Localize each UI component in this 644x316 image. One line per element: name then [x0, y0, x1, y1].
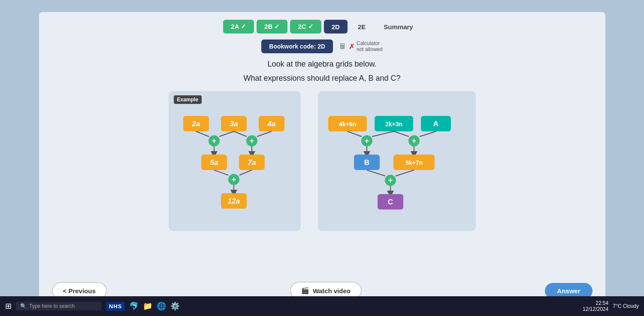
- example-label: Example: [174, 95, 202, 104]
- svg-text:A: A: [433, 120, 438, 128]
- svg-line-11: [219, 131, 234, 137]
- tab-2E[interactable]: 2E: [350, 20, 373, 33]
- svg-line-50: [396, 170, 414, 176]
- question-line2: What expressions should replace A, B and…: [243, 73, 400, 84]
- svg-text:+: +: [212, 137, 216, 145]
- taskbar-icon-1[interactable]: 🐬: [129, 301, 139, 311]
- svg-line-40: [420, 131, 436, 137]
- bookwork-code: Bookwork code: 2D: [261, 40, 333, 53]
- svg-text:12a: 12a: [227, 197, 239, 205]
- svg-line-37: [348, 131, 362, 137]
- svg-line-12: [234, 131, 247, 137]
- meta-row: Bookwork code: 2D 🖩 ✗ Calculator not all…: [261, 40, 382, 53]
- windows-start[interactable]: ⊞: [5, 301, 12, 311]
- svg-text:5a: 5a: [210, 158, 218, 167]
- svg-line-39: [394, 131, 409, 137]
- svg-line-13: [257, 131, 272, 137]
- tab-summary[interactable]: Summary: [376, 20, 420, 33]
- nhs-badge[interactable]: NHS: [106, 302, 125, 311]
- svg-text:+: +: [411, 137, 416, 145]
- svg-text:5k+7n: 5k+7n: [405, 159, 422, 166]
- example-diagram: Example 2a 3a 4a + +: [169, 91, 301, 231]
- weather-info: 7°C Cloudy: [613, 303, 639, 309]
- svg-text:3a: 3a: [230, 120, 238, 128]
- tab-2D[interactable]: 2D: [324, 20, 348, 33]
- svg-text:2k+3n: 2k+3n: [385, 121, 402, 128]
- svg-line-38: [372, 131, 394, 137]
- calculator-icon: 🖩: [339, 42, 347, 51]
- taskbar: ⊞ 🔍 Type here to search NHS 🐬 📁 🌐 ⚙️ 22:…: [0, 296, 644, 316]
- svg-text:4k+6n: 4k+6n: [339, 121, 356, 128]
- calculator-info: 🖩 ✗ Calculator not allowed: [339, 40, 383, 52]
- tab-navigation: 2A ✓ 2B ✓ 2C ✓ 2D 2E Summary: [223, 20, 420, 33]
- svg-text:B: B: [364, 158, 369, 167]
- problem-svg: 4k+6n 2k+3n A + +: [328, 112, 466, 223]
- taskbar-icon-3[interactable]: 🌐: [157, 301, 166, 311]
- taskbar-icon-4[interactable]: ⚙️: [170, 301, 180, 311]
- svg-line-23: [239, 170, 252, 175]
- svg-text:7a: 7a: [248, 158, 256, 167]
- search-bar[interactable]: 🔍 Type here to search: [16, 302, 102, 310]
- problem-diagram: 4k+6n 2k+3n A + +: [318, 91, 476, 231]
- svg-line-49: [367, 170, 385, 176]
- svg-text:+: +: [364, 137, 369, 145]
- svg-text:+: +: [388, 176, 393, 185]
- tab-2A[interactable]: 2A ✓: [223, 20, 254, 33]
- svg-text:+: +: [249, 137, 254, 145]
- svg-line-22: [214, 170, 228, 175]
- video-icon: 🎬: [301, 287, 309, 295]
- svg-text:2a: 2a: [191, 120, 200, 128]
- no-calculator-icon: ✗: [349, 43, 354, 51]
- svg-text:C: C: [387, 198, 393, 206]
- calculator-text: Calculator not allowed: [357, 40, 383, 52]
- question-line1: Look at the algebra grids below.: [267, 58, 376, 70]
- tab-2B[interactable]: 2B ✓: [257, 20, 287, 33]
- diagrams-area: Example 2a 3a 4a + +: [169, 91, 476, 231]
- tab-2C[interactable]: 2C ✓: [290, 20, 321, 33]
- main-screen: 2A ✓ 2B ✓ 2C ✓ 2D 2E Summary Bookwork co…: [39, 12, 605, 304]
- svg-text:+: +: [231, 175, 236, 184]
- taskbar-icon-2[interactable]: 📁: [143, 301, 152, 311]
- svg-line-10: [196, 131, 209, 137]
- taskbar-clock: 22:54 12/12/2024: [583, 300, 608, 312]
- svg-text:4a: 4a: [267, 120, 275, 128]
- example-svg: 2a 3a 4a + + 5a: [179, 112, 290, 210]
- search-icon: 🔍: [20, 303, 27, 309]
